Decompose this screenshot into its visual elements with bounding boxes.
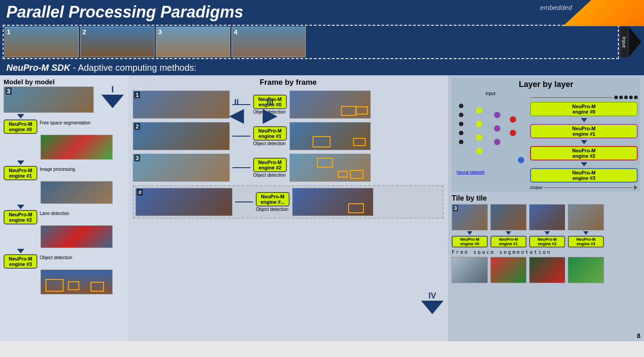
svg-point-7: [476, 134, 482, 141]
left-arrow-icon: ◄: [224, 105, 249, 125]
tile-eng0: NeuPro-Mengine #0: [452, 236, 488, 247]
left-eng2-label: Lane detection: [40, 211, 69, 216]
left-eng1-box: NeuPro-Mengine #1: [4, 166, 37, 180]
tile-frame-2: [490, 204, 526, 230]
header: Parallel Processing Paradigms embedded: [0, 0, 644, 23]
right-arrow-icon: ►: [258, 105, 282, 125]
detect-box-3: [91, 282, 104, 292]
input-frame-4: 4: [231, 27, 306, 57]
roman-iv-arrow: [421, 301, 444, 314]
fbf-img-2: 2: [133, 122, 230, 150]
fbf-num-hash: #: [137, 189, 143, 196]
tile-result-1: [452, 257, 488, 283]
slide-wrapper: Parallel Processing Paradigms embedded 1…: [0, 0, 644, 357]
left-eng3-box: NeuPro-Mengine #3: [4, 254, 37, 269]
frame-4-number: 4: [234, 28, 237, 36]
svg-point-9: [494, 112, 500, 118]
tile-frame-1: 3: [452, 204, 488, 230]
fbf-num-3: 3: [134, 155, 140, 161]
svg-line-18: [463, 133, 476, 137]
svg-point-4: [459, 140, 463, 144]
left-thumb-2: [41, 225, 113, 248]
tile-eng1: NeuPro-Mengine #1: [490, 236, 526, 247]
svg-point-13: [510, 130, 516, 136]
left-eng0-box: NeuPro-Mengine #0: [4, 119, 37, 134]
tile-result-4: [568, 257, 604, 283]
layer-content: Input: [454, 91, 638, 190]
left-thumb-3: [41, 270, 113, 294]
fbf-eng-hash-label: Object detection: [256, 207, 290, 212]
fbf-row-2: 2 NeuPro-Mengine #1 Object detection: [133, 122, 444, 150]
neural-network-svg: Neural Network: [454, 97, 524, 187]
fbf-result-2: [290, 122, 371, 150]
svg-line-22: [482, 137, 494, 142]
direction-arrows: II ◄ III ►: [224, 98, 282, 125]
tile-label: Free space segmentation: [452, 249, 640, 255]
input-frame-3: 3: [156, 27, 230, 57]
left-panel: Model by model I 3 NeuPro-Mengine #0: [0, 75, 128, 341]
tile-frame-4: [568, 204, 604, 230]
layer-eng1: NeuPro-Mengine #1: [530, 124, 638, 138]
svg-text:Neural Network: Neural Network: [457, 170, 485, 174]
tile-eng2: NeuPro-Mengine #2: [529, 236, 565, 247]
fbf-line-3: [232, 167, 250, 168]
left-arr2: [4, 205, 125, 209]
frame-1-number: 1: [7, 28, 10, 36]
input-strip: 1 2 3 4 Input: [0, 23, 644, 60]
left-engine-0-row: [4, 114, 125, 119]
roman-iv-label: IV: [428, 291, 436, 301]
detect-box-1: [45, 279, 63, 292]
input-frames-container: 1 2 3 4: [3, 25, 619, 59]
fbf-num-2: 2: [134, 123, 140, 130]
sdk-bar: NeuPro-M SDK - Adaptive computing method…: [0, 60, 644, 75]
svg-line-16: [463, 110, 476, 115]
left-eng3-label: Object detection: [40, 255, 72, 260]
left-engine-3: NeuPro-Mengine #3 Object detection: [4, 254, 125, 269]
left-arr1: [4, 160, 125, 165]
fbf-img-hash: #: [136, 188, 232, 216]
fbf-line-hash: [235, 201, 253, 202]
svg-line-23: [500, 115, 510, 119]
fbf-result-3: [290, 154, 371, 182]
left-arr3: [4, 249, 125, 253]
tile-title: Tile by tile: [452, 194, 640, 202]
fbf-eng2: NeuPro-Mengine #2: [253, 158, 287, 172]
input-frame-2: 2: [80, 27, 154, 57]
fbf-row-1: 1 NeuPro-Mengine #0 Object detection: [133, 91, 444, 119]
left-engine-0: NeuPro-Mengine #0 Free space segmentatio…: [4, 119, 125, 134]
svg-point-5: [476, 107, 482, 114]
input-frame-1: 1: [5, 27, 79, 57]
main-title: Parallel Processing Paradigms: [6, 3, 243, 22]
right-panel: Layer by layer Input: [448, 75, 644, 341]
layer-eng2: NeuPro-Mengine #2: [530, 146, 638, 160]
detect-box-2: [68, 281, 79, 290]
fbf-result-1: [290, 91, 371, 119]
layer-input-row: [530, 96, 638, 99]
mid-panel-title: Frame by frame: [133, 78, 444, 87]
main-content: Model by model I 3 NeuPro-Mengine #0: [0, 75, 644, 341]
page-number: 8: [637, 332, 640, 339]
tile-result-2: [490, 257, 526, 283]
input-triangle-arrow: [629, 27, 641, 57]
nn-diagram: Input: [454, 91, 526, 190]
svg-point-3: [459, 131, 463, 135]
left-frame-num: 3: [5, 87, 12, 95]
tile-result-3: [529, 257, 565, 283]
left-eng0-label: Free space segmentation: [40, 120, 91, 125]
sdk-bar-text: NeuPro-M SDK - Adaptive computing method…: [6, 63, 196, 73]
tile-frames-row: 3 NeuPro-Mengine #0 NeuPro-Mengine #1 Ne…: [452, 204, 640, 247]
left-thumb-0: [41, 135, 113, 160]
svg-point-10: [494, 125, 500, 132]
tile-by-tile-section: Tile by tile 3 NeuPro-Mengine #0 NeuPro-…: [452, 194, 640, 283]
svg-point-2: [459, 122, 463, 126]
input-label: Input: [621, 27, 628, 57]
tile-results-row: [452, 257, 640, 283]
left-eng2-box: NeuPro-Mengine #2: [4, 210, 37, 224]
roman-i: I: [111, 84, 114, 95]
svg-line-19: [463, 142, 476, 151]
left-eng1-label: Image processing: [40, 167, 75, 172]
left-engine-1: NeuPro-Mengine #1 Image processing: [4, 166, 125, 180]
frame-3-number: 3: [158, 28, 162, 36]
input-text: Input: [454, 91, 526, 96]
tile-frame-3: [529, 204, 565, 230]
